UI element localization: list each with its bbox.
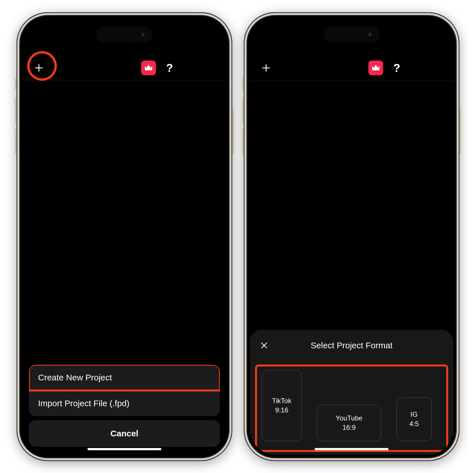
question-icon: ? [166, 62, 173, 74]
plus-icon [34, 63, 44, 73]
premium-button[interactable] [141, 61, 156, 75]
toolbar: ? [23, 55, 226, 81]
format-options-row: TikTok 9:16 YouTube 16:9 IG 4:5 [258, 365, 445, 451]
close-icon [260, 341, 268, 350]
format-name: TikTok [272, 396, 291, 405]
screen-right: ? Select Project Format TikTok 9:16 YouT… [250, 18, 453, 455]
crown-icon [144, 63, 153, 73]
volume-down-button [242, 129, 244, 154]
create-new-project-option[interactable]: Create New Project [29, 365, 220, 390]
cancel-button[interactable]: Cancel [29, 420, 220, 447]
format-panel-title: Select Project Format [311, 341, 393, 350]
import-project-file-option[interactable]: Import Project File (.fpd) [29, 390, 220, 416]
add-project-button[interactable] [31, 60, 47, 76]
volume-up-button [242, 97, 244, 123]
crown-icon [371, 63, 381, 73]
question-icon: ? [393, 62, 400, 74]
add-project-button[interactable] [258, 60, 274, 76]
plus-icon [261, 63, 271, 73]
format-option-tiktok[interactable]: TikTok 9:16 [262, 370, 302, 441]
help-button[interactable]: ? [391, 62, 403, 74]
action-sheet-group: Create New Project Import Project File (… [29, 365, 220, 416]
home-indicator[interactable] [87, 448, 161, 450]
format-ratio: 4:5 [409, 419, 419, 428]
action-sheet: Create New Project Import Project File (… [29, 365, 220, 447]
mute-switch [15, 78, 16, 90]
close-button[interactable] [258, 339, 270, 352]
format-name: YouTube [336, 414, 362, 423]
home-indicator[interactable] [315, 448, 389, 450]
phone-right: ? Select Project Format TikTok 9:16 YouT… [244, 12, 460, 461]
volume-down-button [15, 129, 16, 154]
dynamic-island [323, 27, 380, 42]
format-ratio: 16:9 [343, 423, 356, 432]
toolbar: ? [250, 55, 453, 81]
format-panel-header: Select Project Format [258, 338, 445, 353]
format-option-youtube[interactable]: YouTube 16:9 [317, 405, 381, 441]
dynamic-island [96, 27, 153, 42]
format-panel: Select Project Format TikTok 9:16 YouTub… [250, 330, 453, 455]
format-name: IG [410, 410, 417, 419]
phone-left: ? Create New Project Import Project File… [16, 12, 232, 461]
mute-switch [242, 78, 244, 90]
volume-up-button [15, 97, 16, 123]
screen-left: ? Create New Project Import Project File… [23, 18, 226, 455]
format-ratio: 9:16 [275, 406, 289, 415]
power-button [232, 109, 234, 154]
format-option-ig[interactable]: IG 4:5 [396, 397, 432, 441]
premium-button[interactable] [368, 61, 383, 75]
power-button [460, 109, 461, 154]
help-button[interactable]: ? [163, 62, 176, 74]
